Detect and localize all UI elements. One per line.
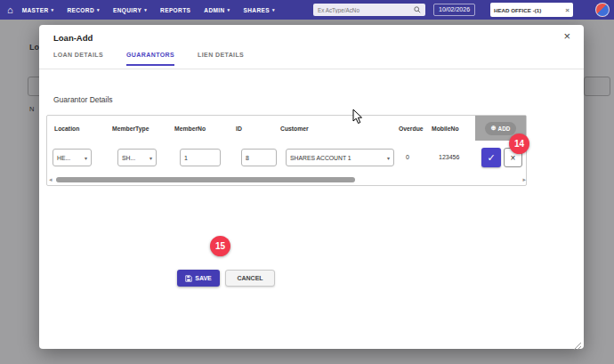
member-type-select[interactable]: SH... ▾ <box>117 149 157 166</box>
search-input[interactable] <box>318 7 414 13</box>
cancel-button[interactable]: CANCEL <box>225 270 275 287</box>
annotation-badge-15: 15 <box>210 236 230 256</box>
member-no-input[interactable] <box>180 149 221 166</box>
menu-master[interactable]: MASTER ▾ <box>22 7 54 13</box>
chevron-down-icon: ▾ <box>272 7 275 12</box>
topbar-search <box>313 4 425 16</box>
resize-handle-icon[interactable] <box>572 337 581 346</box>
tab-loan-details[interactable]: LOAN DETAILS <box>53 52 103 66</box>
col-id: ID <box>236 125 280 132</box>
col-overdue: Overdue <box>399 125 432 132</box>
guarantor-table: Location MemberType MemberNo ID Customer… <box>46 115 527 186</box>
close-icon[interactable]: × <box>563 30 570 42</box>
customer-select[interactable]: SHARES ACCOUNT 1 ▾ <box>286 149 394 166</box>
search-icon[interactable] <box>414 6 421 13</box>
table-horizontal-scrollbar: ◂ ▸ <box>47 174 528 186</box>
dialog-tabs: LOAN DETAILS GUARANTORS LIEN DETAILS <box>53 52 244 66</box>
chevron-down-icon: ▾ <box>85 155 87 161</box>
add-guarantor-button[interactable]: ⊕ ADD <box>485 122 517 135</box>
mobile-no-value: 123456 <box>439 154 459 160</box>
scroll-right-icon[interactable]: ▸ <box>522 176 526 183</box>
overdue-value: 0 <box>406 154 409 160</box>
date-field[interactable]: 10/02/2026 <box>433 4 475 16</box>
clear-icon[interactable]: × <box>565 6 570 14</box>
scrollbar-thumb[interactable] <box>56 177 355 182</box>
col-location: Location <box>47 125 112 132</box>
id-input[interactable] <box>241 149 277 166</box>
chevron-down-icon: ▾ <box>149 155 152 161</box>
section-title: Guarantor Details <box>53 95 113 104</box>
loan-add-dialog: Loan-Add × LOAN DETAILS GUARANTORS LIEN … <box>39 25 584 349</box>
main-menu: MASTER ▾ RECORD ▾ ENQUIRY ▾ REPORTS ADMI… <box>22 7 275 13</box>
chevron-down-icon: ▾ <box>228 7 230 12</box>
dialog-title: Loan-Add <box>53 33 93 43</box>
chevron-down-icon: ▾ <box>97 7 100 12</box>
menu-enquiry[interactable]: ENQUIRY ▾ <box>113 7 147 13</box>
chevron-down-icon: ▾ <box>144 7 147 12</box>
confirm-row-button[interactable]: ✓ <box>481 148 501 167</box>
office-selector-label: HEAD OFFICE -(1) <box>494 7 541 13</box>
tab-divider <box>39 69 584 69</box>
chevron-down-icon: ▾ <box>387 155 390 161</box>
table-header-row: Location MemberType MemberNo ID Customer… <box>47 116 528 141</box>
col-mobileno: MobileNo <box>432 125 470 132</box>
table-row: HE... ▾ SH... ▾ SHARES ACCOUNT 1 ▾ 0 123… <box>47 141 528 174</box>
menu-admin[interactable]: ADMIN ▾ <box>204 7 230 13</box>
save-button[interactable]: SAVE <box>177 270 220 287</box>
menu-shares[interactable]: SHARES ▾ <box>244 7 275 13</box>
menu-reports[interactable]: REPORTS <box>160 7 190 13</box>
topbar: ⌂ MASTER ▾ RECORD ▾ ENQUIRY ▾ REPORTS AD… <box>0 0 614 20</box>
annotation-badge-14: 14 <box>509 133 529 154</box>
col-membertype: MemberType <box>112 125 174 132</box>
home-icon[interactable]: ⌂ <box>7 0 13 20</box>
screen: ⌂ MASTER ▾ RECORD ▾ ENQUIRY ▾ REPORTS AD… <box>0 0 614 364</box>
location-select[interactable]: HE... ▾ <box>53 149 92 166</box>
tab-lien-details[interactable]: LIEN DETAILS <box>198 52 244 66</box>
avatar[interactable] <box>595 3 610 17</box>
col-memberno: MemberNo <box>174 125 236 132</box>
office-selector[interactable]: HEAD OFFICE -(1) × <box>490 3 573 17</box>
col-customer: Customer <box>280 125 399 132</box>
scroll-left-icon[interactable]: ◂ <box>49 176 53 183</box>
chevron-down-icon: ▾ <box>52 7 54 12</box>
save-icon <box>185 275 192 282</box>
menu-record[interactable]: RECORD ▾ <box>67 7 100 13</box>
plus-circle-icon: ⊕ <box>491 125 497 132</box>
tab-guarantors[interactable]: GUARANTORS <box>126 52 174 66</box>
